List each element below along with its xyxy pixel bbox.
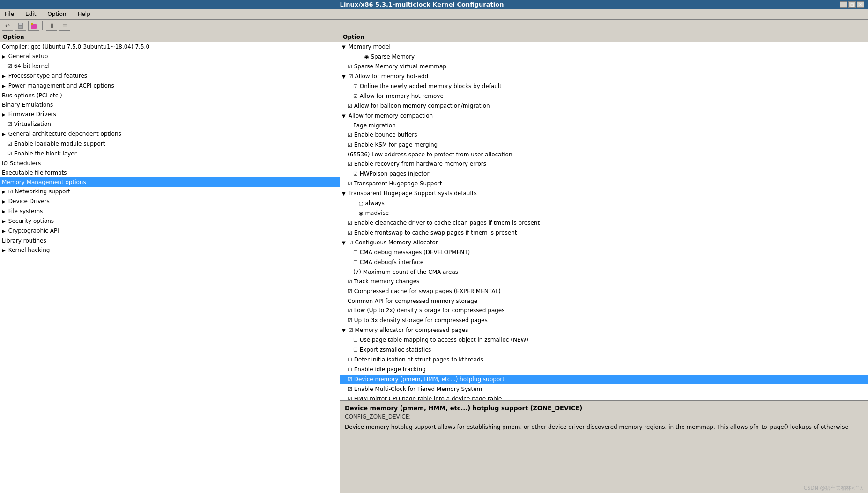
right-item-low-2x[interactable]: Low (Up to 2x) density storage for compr… <box>340 306 868 316</box>
right-item-cma-debugfs[interactable]: CMA debugfs interface <box>340 258 868 267</box>
left-item-block-layer[interactable]: Enable the block layer <box>0 149 340 159</box>
right-item-always[interactable]: always <box>340 199 868 208</box>
left-item-executable-formats[interactable]: Executable file formats <box>0 168 340 177</box>
right-item-page-migration: Page migration <box>340 121 868 130</box>
right-item-defer-init[interactable]: Defer initialisation of struct pages to … <box>340 355 868 365</box>
left-item-power[interactable]: Power management and ACPI options <box>0 81 340 91</box>
toolbar-open-btn[interactable] <box>28 21 39 31</box>
right-item-cleancache[interactable]: Enable cleancache driver to cache clean … <box>340 218 868 228</box>
right-panel-scroll: Memory model Sparse Memory Sparse Memory… <box>340 42 868 400</box>
title-bar: Linux/x86 5.3.1-multiclock Kernel Config… <box>0 0 868 9</box>
right-item-idle-page[interactable]: Enable idle page tracking <box>340 365 868 375</box>
left-item-kernel-hacking[interactable]: Kernel hacking <box>0 245 340 255</box>
menu-file[interactable]: File <box>2 10 17 18</box>
minimize-btn[interactable]: _ <box>840 1 847 8</box>
svg-rect-4 <box>31 23 33 25</box>
toolbar-back-btn[interactable]: ↩ <box>2 21 13 31</box>
left-item-crypto[interactable]: Cryptographic API <box>0 226 340 236</box>
toolbar: ↩ ⏸ ≡ <box>0 20 868 32</box>
desc-title: Device memory (pmem, HMM, etc...) hotplu… <box>345 405 863 412</box>
toolbar-pause-btn[interactable]: ⏸ <box>46 21 57 31</box>
left-item-library[interactable]: Library routines <box>0 236 340 245</box>
right-item-multi-clock[interactable]: Enable Multi-Clock for Tiered Memory Sys… <box>340 384 868 394</box>
right-item-page-table-map[interactable]: Use page table mapping to access object … <box>340 335 868 345</box>
right-item-export-zsmalloc[interactable]: Export zsmalloc statistics <box>340 345 868 355</box>
left-item-64bit[interactable]: 64-bit kernel <box>0 61 340 71</box>
left-item-file-systems[interactable]: File systems <box>0 206 340 216</box>
toolbar-sep-1 <box>42 21 43 30</box>
right-item-up-3x[interactable]: Up to 3x density storage for compressed … <box>340 316 868 325</box>
right-item-frontswap[interactable]: Enable frontswap to cache swap pages if … <box>340 228 868 238</box>
left-item-bus[interactable]: Bus options (PCI etc.) <box>0 91 340 100</box>
toolbar-list-btn[interactable]: ≡ <box>59 21 70 31</box>
right-item-madvise[interactable]: madvise <box>340 208 868 218</box>
left-item-general-arch[interactable]: General architecture-dependent options <box>0 129 340 139</box>
close-btn[interactable]: ✕ <box>857 1 864 8</box>
right-item-bounce-buffers[interactable]: Enable bounce buffers <box>340 130 868 140</box>
left-item-firmware[interactable]: Firmware Drivers <box>0 110 340 119</box>
title-text: Linux/x86 5.3.1-multiclock Kernel Config… <box>4 1 840 8</box>
right-item-hmm-mirror[interactable]: HMM mirror CPU page table into a device … <box>340 394 868 400</box>
right-item-allow-hot-remove[interactable]: Allow for memory hot remove <box>340 91 868 101</box>
left-item-io-schedulers[interactable]: IO Schedulers <box>0 159 340 168</box>
right-item-recovery[interactable]: Enable recovery from hardware memory err… <box>340 159 868 169</box>
right-item-cma-debug-msg[interactable]: CMA debug messages (DEVELOPMENT) <box>340 248 868 258</box>
desc-text: Device memory hotplug support allows for… <box>345 423 863 431</box>
left-item-general-setup[interactable]: General setup <box>0 52 340 61</box>
left-panel-header: Option <box>0 32 340 42</box>
csdn-watermark: CSDN @搭车去柏林<^∧ <box>804 485 863 492</box>
right-item-common-api: Common API for compressed memory storage <box>340 296 868 306</box>
right-item-allow-hot-add[interactable]: Allow for memory hot-add <box>340 72 868 81</box>
right-item-sparse-vmm[interactable]: Sparse Memory virtual memmap <box>340 62 868 72</box>
right-item-sparse-memory[interactable]: Sparse Memory <box>340 52 868 62</box>
right-bottom: Device memory (pmem, HMM, etc...) hotplu… <box>340 400 868 493</box>
maximize-btn[interactable]: □ <box>848 1 856 8</box>
desc-config: CONFIG_ZONE_DEVICE: <box>345 413 863 420</box>
left-item-loadable-module[interactable]: Enable loadable module support <box>0 139 340 149</box>
left-item-memory-mgmt[interactable]: Memory Management options <box>0 177 340 187</box>
right-item-device-memory[interactable]: Device memory (pmem, HMM, etc...) hotplu… <box>340 375 868 384</box>
left-item-binary[interactable]: Binary Emulations <box>0 100 340 110</box>
right-item-allow-balloon[interactable]: Allow for balloon memory compaction/migr… <box>340 101 868 111</box>
right-panel-header: Option <box>340 32 868 42</box>
toolbar-save-btn[interactable] <box>15 21 26 31</box>
right-item-compressed-swap[interactable]: Compressed cache for swap pages (EXPERIM… <box>340 287 868 296</box>
left-item-processor[interactable]: Processor type and features <box>0 71 340 81</box>
right-item-allow-compaction[interactable]: Allow for memory compaction <box>340 111 868 121</box>
main-content: Option Compiler: gcc (Ubuntu 7.5.0-3ubun… <box>0 32 868 493</box>
right-item-thp[interactable]: Transparent Hugepage Support <box>340 179 868 189</box>
left-item-compiler: Compiler: gcc (Ubuntu 7.5.0-3ubuntu1~18.… <box>0 42 340 52</box>
left-item-device-drivers[interactable]: Device Drivers <box>0 197 340 206</box>
left-item-networking[interactable]: Networking support <box>0 187 340 197</box>
menu-edit[interactable]: Edit <box>22 10 39 18</box>
right-item-track-mem[interactable]: Track memory changes <box>340 277 868 287</box>
left-list-area[interactable]: Compiler: gcc (Ubuntu 7.5.0-3ubuntu1~18.… <box>0 42 340 493</box>
menu-bar: File Edit Option Help <box>0 9 868 20</box>
right-item-hwpoison[interactable]: HWPoison pages injector <box>340 169 868 179</box>
right-item-thp-sysfs[interactable]: Transparent Hugepage Support sysfs defau… <box>340 189 868 199</box>
right-item-mem-alloc-comp[interactable]: Memory allocator for compressed pages <box>340 325 868 335</box>
right-item-memory-model[interactable]: Memory model <box>340 42 868 52</box>
right-item-online-newly[interactable]: Online the newly added memory blocks by … <box>340 81 868 91</box>
left-item-security[interactable]: Security options <box>0 216 340 226</box>
right-panel: Option Memory model Sparse Memory Sparse… <box>340 32 868 493</box>
menu-option[interactable]: Option <box>45 10 69 18</box>
svg-rect-2 <box>19 26 22 28</box>
left-item-virtualization[interactable]: Virtualization <box>0 119 340 129</box>
right-item-65536: (65536) Low address space to protect fro… <box>340 150 868 159</box>
right-item-7-max-cma: (7) Maximum count of the CMA areas <box>340 267 868 277</box>
right-list-area[interactable]: Memory model Sparse Memory Sparse Memory… <box>340 42 868 400</box>
svg-rect-1 <box>19 23 22 25</box>
right-item-cma[interactable]: Contiguous Memory Allocator <box>340 238 868 248</box>
menu-help[interactable]: Help <box>74 10 93 18</box>
left-panel: Option Compiler: gcc (Ubuntu 7.5.0-3ubun… <box>0 32 340 493</box>
window-buttons[interactable]: _ □ ✕ <box>840 1 864 8</box>
right-item-ksm[interactable]: Enable KSM for page merging <box>340 140 868 150</box>
